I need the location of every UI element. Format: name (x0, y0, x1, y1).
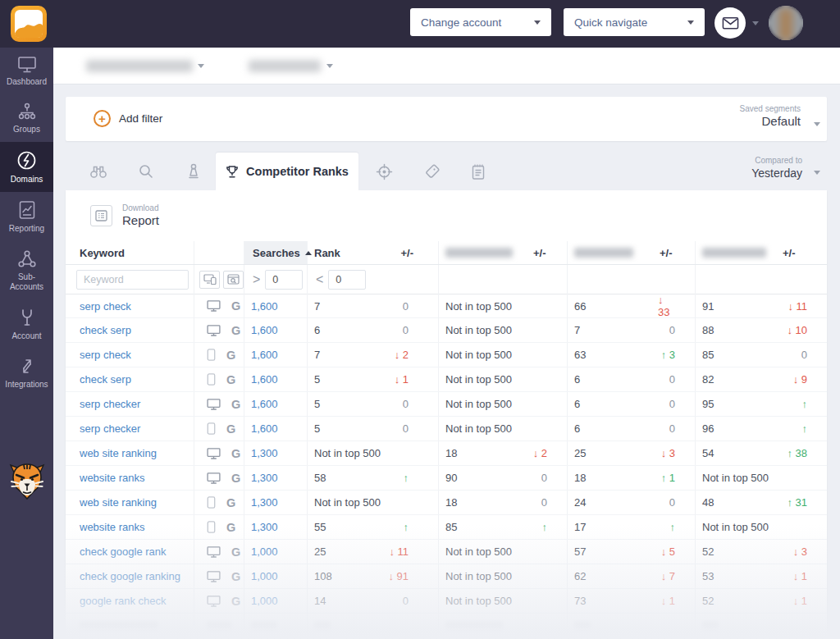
rank-value: 7 (308, 343, 386, 367)
competitor-2-rank: 25 (568, 441, 658, 465)
searches-value[interactable]: 1,300 (251, 521, 278, 533)
delta-up: ↑ (802, 398, 808, 410)
searches-value[interactable]: 1,300 (251, 472, 278, 484)
keyword-filter-input[interactable] (76, 270, 189, 290)
keyword-link[interactable]: web site ranking (80, 447, 157, 459)
rank-max-filter-input[interactable] (328, 270, 366, 290)
header-rank[interactable]: Rank (308, 241, 386, 264)
competitor-1-delta: ↓ 2 (532, 441, 568, 465)
competitor-2-rank: 6 (568, 367, 658, 391)
mail-button[interactable] (714, 7, 746, 39)
quick-navigate-select[interactable]: Quick navigate (564, 8, 705, 36)
keyword-link[interactable]: check serp (80, 324, 131, 336)
competitor-2-rank: 57 (568, 540, 658, 564)
delta-zero: 0 (403, 595, 409, 607)
competitor-3-delta: ↑ (781, 417, 827, 440)
chevron-down-icon[interactable] (752, 21, 759, 25)
searches-value[interactable]: 1,600 (251, 398, 278, 410)
competitor-3-rank: 96 (696, 417, 781, 440)
device-filter-button[interactable] (199, 271, 220, 289)
keyword-link[interactable]: google rank check (80, 595, 167, 607)
searches-value[interactable]: 1,600 (251, 324, 278, 336)
keyword-link[interactable]: serp check (80, 349, 131, 361)
sidebar-item-sub-accounts[interactable]: Sub-Accounts (0, 241, 53, 299)
keyword-link[interactable]: check google ranking (80, 570, 180, 582)
searches-value[interactable]: 1,000 (251, 570, 278, 582)
keyword-link[interactable]: check serp (80, 373, 131, 386)
google-engine-icon: G (226, 373, 235, 386)
google-engine-icon: G (231, 545, 240, 559)
sidebar-item-account[interactable]: Account (0, 299, 53, 349)
add-filter-button[interactable]: + Add filter (94, 110, 162, 127)
compared-to-select[interactable]: Compared to Yesterday (751, 156, 802, 180)
keyword-link[interactable]: website ranks (80, 521, 144, 533)
domain-selector-blurred[interactable] (249, 60, 321, 72)
tab-target[interactable] (365, 153, 403, 190)
competitor-2-delta: 0 (658, 318, 696, 342)
searches-value[interactable]: 1,300 (251, 447, 278, 459)
competitor-3-rank: 53 (696, 564, 781, 588)
app-logo[interactable] (11, 6, 47, 42)
searches-value[interactable]: 1,300 (251, 496, 278, 509)
searches-value[interactable]: 1,600 (251, 373, 278, 386)
searches-value[interactable]: 1,600 (251, 422, 278, 435)
table-row: serp checker G 1,600 5 0 Not in top 500 … (66, 417, 827, 441)
competitor-1-rank: Not in top 500 (439, 564, 532, 588)
sidebar-item-label: Sub-Accounts (3, 272, 51, 292)
trophy-icon (226, 165, 239, 179)
header-competitor-2-blurred[interactable] (568, 241, 658, 264)
header-competitor-1-blurred[interactable] (439, 241, 532, 264)
tab-search[interactable] (127, 153, 165, 190)
keyword-link[interactable]: web site ranking (80, 496, 157, 509)
search-engine-filter-button[interactable] (223, 271, 244, 289)
google-engine-icon: G (226, 496, 235, 509)
download-report-button[interactable]: Download Report (90, 203, 159, 227)
tab-notes[interactable] (459, 153, 497, 190)
sidebar-item-integrations[interactable]: Integrations (0, 349, 53, 397)
competitor-3-rank: 52 (696, 589, 781, 613)
rank-delta: 0 (386, 294, 439, 318)
keyword-link[interactable]: serp checker (80, 398, 140, 410)
header-keyword[interactable]: Keyword (66, 241, 194, 264)
saved-segments-select[interactable]: Saved segments Default (740, 104, 801, 128)
sidebar-item-dashboard[interactable]: Dashboard (0, 48, 53, 94)
change-account-select[interactable]: Change account (410, 8, 551, 36)
searches-value[interactable]: 1,000 (251, 545, 278, 558)
header-competitor-3-blurred[interactable] (696, 241, 781, 264)
active-tab-label: Competitor Ranks (246, 165, 349, 178)
google-engine-icon: G (226, 521, 235, 534)
user-avatar[interactable] (769, 6, 803, 40)
delta-zero: 0 (541, 472, 547, 484)
envelope-icon (722, 15, 739, 31)
delta-down: ↓ 3 (661, 447, 675, 459)
competitor-2-delta: ↓ 3 (658, 441, 696, 465)
keyword-link[interactable]: serp checker (80, 422, 140, 435)
header-icons-spacer (194, 241, 244, 264)
searches-value[interactable]: 1,000 (251, 595, 278, 607)
searches-value[interactable]: 1,600 (251, 300, 278, 313)
competitor-2-rank: 6 (568, 417, 658, 440)
tab-tags[interactable] (413, 153, 451, 190)
keyword-link[interactable]: serp check (80, 300, 131, 313)
project-selector-blurred[interactable] (86, 60, 193, 72)
tab-keywords-binoculars[interactable] (80, 153, 117, 190)
tab-competitor-ranks[interactable]: Competitor Ranks (216, 153, 358, 190)
less-than-symbol: < (316, 272, 323, 287)
desktop-icon (207, 448, 221, 459)
delta-down: ↓ 91 (388, 570, 409, 582)
keyword-link[interactable]: website ranks (80, 472, 144, 484)
searches-min-filter-input[interactable] (265, 270, 303, 290)
searches-value[interactable]: 1,600 (251, 349, 278, 361)
tab-rankings-pawn[interactable] (175, 153, 212, 190)
header-searches[interactable]: Searches (244, 241, 308, 264)
sidebar-item-domains[interactable]: Domains (0, 142, 53, 192)
chevron-down-icon (687, 21, 694, 25)
delta-down: ↓ 5 (661, 545, 675, 558)
sidebar-item-reporting[interactable]: Reporting (0, 192, 53, 241)
delta-down: ↓ 2 (395, 349, 409, 361)
top-navbar: Change account Quick navigate (0, 0, 840, 48)
competitor-2-delta: 0 (658, 367, 696, 391)
sidebar-item-groups[interactable]: Groups (0, 94, 53, 142)
competitor-1-delta (532, 564, 568, 588)
keyword-link[interactable]: check google rank (80, 545, 167, 558)
